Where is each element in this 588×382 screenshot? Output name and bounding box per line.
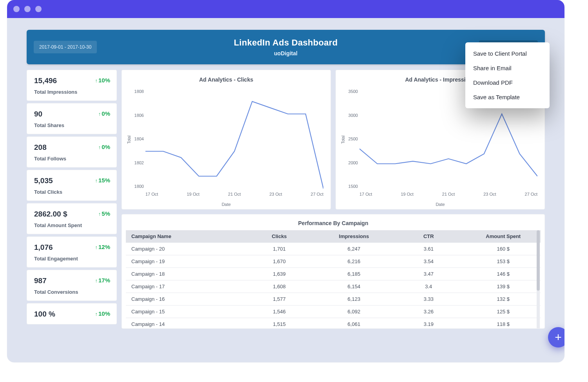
table-cell: 3.4 <box>391 280 466 293</box>
kpi-delta: 17% <box>95 277 110 284</box>
plus-icon: + <box>555 331 562 344</box>
table-cell: 3.33 <box>391 293 466 306</box>
actions-menu-item[interactable]: Share in Email <box>465 61 550 75</box>
table-cell: 6,061 <box>317 318 391 329</box>
kpi-label: Total Follows <box>34 156 109 162</box>
actions-menu-item[interactable]: Save as Template <box>465 90 550 104</box>
actions-menu-item[interactable]: Download PDF <box>465 75 550 90</box>
table-cell: 1,546 <box>242 306 316 318</box>
actions-menu-item[interactable]: Save to Client Portal <box>465 46 550 61</box>
axis-tick: 3000 <box>345 113 358 118</box>
axis-tick: 21 Oct <box>228 192 241 198</box>
table-cell: 6,154 <box>317 280 391 293</box>
kpi-card: 987Total Conversions17% <box>27 270 117 301</box>
dashboard-title: LinkedIn Ads Dashboard <box>234 38 338 48</box>
table-row[interactable]: Campaign - 161,5776,1233.33132 $ <box>126 293 541 306</box>
axis-tick: 17 Oct <box>359 192 372 198</box>
table-wrapper: Campaign NameClicksImpressionsCTRAmount … <box>126 230 541 329</box>
y-axis-ticks: 18081806180418021800 <box>131 89 144 189</box>
x-axis-ticks: 17 Oct19 Oct21 Oct23 Oct27 Oct <box>145 192 323 198</box>
x-axis-label: Date <box>336 202 544 207</box>
kpi-label: Total Clicks <box>34 189 109 195</box>
table-column-header[interactable]: Campaign Name <box>126 230 242 243</box>
kpi-delta: 0% <box>98 144 110 150</box>
axis-tick: 27 Oct <box>525 192 537 198</box>
table-row[interactable]: Campaign - 201,7016,2473.61160 $ <box>126 243 541 255</box>
performance-table-card: Performance By Campaign Campaign NameCli… <box>122 214 545 329</box>
table-row[interactable]: Campaign - 141,5156,0613.19118 $ <box>126 318 541 329</box>
table-row[interactable]: Campaign - 181,6396,1853.47146 $ <box>126 268 541 280</box>
axis-tick: 17 Oct <box>145 192 158 198</box>
table-cell: 153 $ <box>466 255 541 268</box>
scrollbar-thumb[interactable] <box>537 230 540 291</box>
table-cell: 132 $ <box>466 293 541 306</box>
y-axis-ticks: 35003000250020001500 <box>345 89 358 189</box>
table-row[interactable]: Campaign - 151,5466,0923.26125 $ <box>126 306 541 318</box>
table-cell: 6,123 <box>317 293 391 306</box>
kpi-label: Total Engagement <box>34 256 109 262</box>
kpi-card: 90Total Shares0% <box>27 103 117 134</box>
app-window: 2017-09-01 - 2017-10-30 LinkedIn Ads Das… <box>7 0 564 362</box>
kpi-delta: 10% <box>95 77 110 84</box>
kpi-rail: 15,496Total Impressions10%90Total Shares… <box>27 70 117 329</box>
dashboard-body: 15,496Total Impressions10%90Total Shares… <box>27 70 545 329</box>
table-cell: 139 $ <box>466 280 541 293</box>
table-cell: 1,608 <box>242 280 316 293</box>
dashboard-title-block: LinkedIn Ads Dashboard uoDigital <box>234 38 338 56</box>
chart-title: Ad Analytics - Clicks <box>131 76 322 83</box>
axis-tick: 1500 <box>345 184 358 189</box>
table-cell: 160 $ <box>466 243 541 255</box>
table-cell: 1,577 <box>242 293 316 306</box>
table-cell: 1,639 <box>242 268 316 280</box>
kpi-delta: 5% <box>98 210 110 217</box>
kpi-label: Total Conversions <box>34 289 109 295</box>
date-range-chip[interactable]: 2017-09-01 - 2017-10-30 <box>34 41 97 53</box>
actions-dropdown: Save to Client PortalShare in EmailDownl… <box>465 42 550 108</box>
main-column: Ad Analytics - Clicks Total 180818061804… <box>122 70 545 329</box>
table-cell: 1,670 <box>242 255 316 268</box>
table-column-header[interactable]: Impressions <box>317 230 391 243</box>
table-cell: 3.54 <box>391 255 466 268</box>
table-header-row: Campaign NameClicksImpressionsCTRAmount … <box>126 230 541 243</box>
table-cell: 1,701 <box>242 243 316 255</box>
table-cell: 3.61 <box>391 243 466 255</box>
table-cell: 6,092 <box>317 306 391 318</box>
table-cell: 118 $ <box>466 318 541 329</box>
window-max-icon[interactable] <box>35 6 42 12</box>
window-close-icon[interactable] <box>13 6 20 12</box>
axis-tick: 3500 <box>345 89 358 94</box>
axis-tick: 19 Oct <box>187 192 199 198</box>
kpi-delta: 10% <box>95 310 110 317</box>
chart-clicks: Ad Analytics - Clicks Total 180818061804… <box>122 70 331 209</box>
table-column-header[interactable]: Amount Spent <box>466 230 541 243</box>
kpi-card: 5,035Total Clicks15% <box>27 170 117 201</box>
add-widget-fab[interactable]: + <box>548 327 564 347</box>
traffic-lights <box>13 6 42 12</box>
table-column-header[interactable]: CTR <box>391 230 466 243</box>
axis-tick: 1808 <box>131 89 144 94</box>
axis-tick: 23 Oct <box>269 192 282 198</box>
kpi-delta: 12% <box>95 244 110 250</box>
table-cell: Campaign - 15 <box>126 306 242 318</box>
performance-table: Campaign NameClicksImpressionsCTRAmount … <box>126 230 541 329</box>
table-cell: 3.26 <box>391 306 466 318</box>
table-column-header[interactable]: Clicks <box>242 230 316 243</box>
axis-tick: 19 Oct <box>401 192 413 198</box>
kpi-delta: 15% <box>95 177 110 184</box>
table-scrollbar[interactable] <box>537 230 540 329</box>
table-cell: 6,216 <box>317 255 391 268</box>
table-cell: 3.19 <box>391 318 466 329</box>
kpi-card: 100 %10% <box>27 303 117 324</box>
table-title: Performance By Campaign <box>126 220 541 226</box>
table-cell: 3.47 <box>391 268 466 280</box>
table-row[interactable]: Campaign - 171,6086,1543.4139 $ <box>126 280 541 293</box>
axis-tick: 2000 <box>345 160 358 165</box>
axis-tick: 2500 <box>345 136 358 141</box>
table-cell: 1,515 <box>242 318 316 329</box>
axis-tick: 21 Oct <box>442 192 455 198</box>
window-min-icon[interactable] <box>24 6 31 12</box>
table-cell: Campaign - 16 <box>126 293 242 306</box>
table-row[interactable]: Campaign - 191,6706,2163.54153 $ <box>126 255 541 268</box>
axis-tick: 1802 <box>131 160 144 165</box>
viewport: 2017-09-01 - 2017-10-30 LinkedIn Ads Das… <box>7 18 564 362</box>
